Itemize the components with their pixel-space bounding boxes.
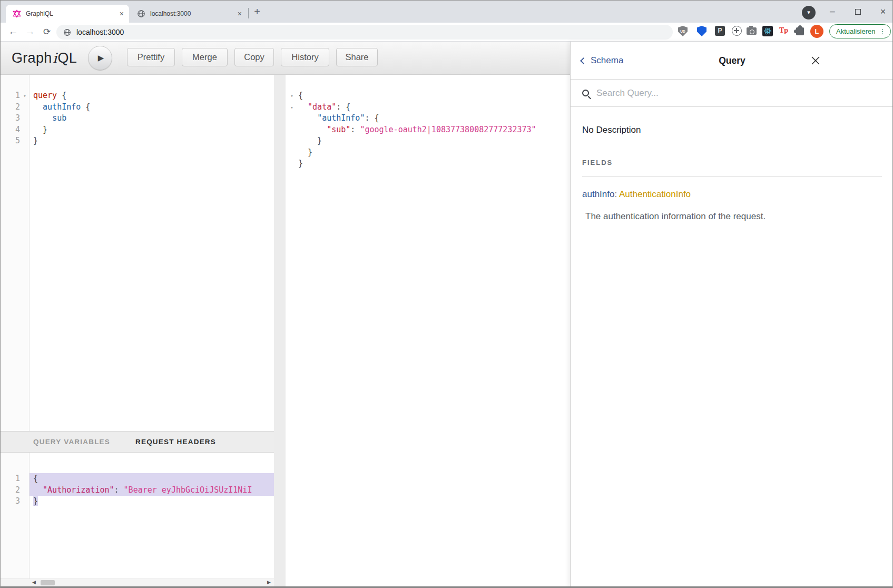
code-text[interactable]: "sub": "google-oauth2|108377380082777232… bbox=[298, 124, 570, 136]
camera-icon[interactable] bbox=[747, 27, 757, 35]
field-name-link[interactable]: authInfo bbox=[582, 189, 614, 199]
fold-arrow-icon[interactable]: ▾ bbox=[20, 90, 30, 102]
secondary-editor-tab-bar: QUERY VARIABLES REQUEST HEADERS bbox=[1, 431, 274, 453]
prettify-button[interactable]: Prettify bbox=[127, 48, 175, 66]
tab-graphiql[interactable]: GraphiQL × bbox=[6, 5, 129, 23]
code-text[interactable]: sub bbox=[30, 113, 274, 124]
share-button[interactable]: Share bbox=[336, 48, 378, 66]
reload-button[interactable]: ⟳ bbox=[40, 24, 54, 39]
code-text[interactable]: } bbox=[298, 158, 570, 170]
forward-button[interactable]: → bbox=[23, 24, 37, 39]
doc-close-button[interactable] bbox=[810, 55, 821, 66]
history-button[interactable]: History bbox=[281, 48, 329, 66]
copy-button[interactable]: Copy bbox=[234, 48, 274, 66]
code-line[interactable]: 4 } bbox=[1, 124, 274, 136]
graphiql-toolbar-buttons: Prettify Merge Copy History Share bbox=[127, 48, 378, 66]
p-extension-icon[interactable]: P bbox=[715, 26, 725, 36]
fold-gutter bbox=[20, 135, 30, 147]
fold-gutter bbox=[286, 135, 298, 147]
tab-separator bbox=[248, 8, 249, 18]
code-line[interactable]: 1{ bbox=[1, 473, 274, 485]
scroll-right-icon[interactable]: ▶ bbox=[267, 580, 271, 585]
move-crosshair-icon[interactable] bbox=[732, 26, 742, 36]
scroll-left-icon[interactable]: ◀ bbox=[32, 580, 36, 585]
doc-back-label: Schema bbox=[591, 55, 623, 66]
tab-close-icon[interactable]: × bbox=[238, 9, 242, 18]
logo-part: QL bbox=[57, 50, 77, 66]
code-text[interactable]: "data": { bbox=[298, 102, 570, 113]
code-text[interactable]: } bbox=[30, 135, 274, 147]
doc-explorer-header: Schema Query bbox=[571, 42, 893, 80]
tab-localhost[interactable]: localhost:3000 × bbox=[130, 5, 247, 23]
extensions-puzzle-icon[interactable] bbox=[796, 27, 804, 35]
profile-avatar[interactable]: L bbox=[810, 25, 823, 38]
request-headers-editor[interactable]: 1{2 "Authorization": "Bearer eyJhbGciOiJ… bbox=[1, 453, 274, 507]
code-text[interactable]: authInfo { bbox=[30, 102, 274, 113]
chevron-left-icon bbox=[580, 57, 587, 64]
horizontal-scrollbar[interactable]: ◀ ▶ bbox=[1, 579, 274, 586]
code-line[interactable]: "authInfo": { bbox=[286, 113, 570, 124]
chrome-update-icon[interactable]: ▾ bbox=[802, 6, 816, 19]
doc-explorer-body: No Description FIELDS authInfo: Authenti… bbox=[571, 125, 893, 222]
tab-query-variables[interactable]: QUERY VARIABLES bbox=[33, 432, 110, 452]
code-text[interactable]: { bbox=[30, 473, 274, 485]
window-close-button[interactable]: × bbox=[872, 4, 893, 19]
new-tab-button[interactable]: + bbox=[250, 5, 264, 19]
doc-explorer-panel: Schema Query No Description FIELDS authI… bbox=[570, 42, 893, 586]
code-text[interactable]: } bbox=[298, 135, 570, 147]
code-line[interactable]: 5} bbox=[1, 135, 274, 147]
query-editor[interactable]: 1▾query {2 authInfo {3 sub4 }5} bbox=[1, 75, 274, 147]
url-text[interactable]: localhost:3000 bbox=[76, 28, 124, 36]
code-text[interactable]: } bbox=[30, 496, 274, 507]
code-text[interactable]: "authInfo": { bbox=[298, 113, 570, 124]
code-text[interactable]: } bbox=[298, 147, 570, 159]
doc-title: Query bbox=[623, 42, 841, 80]
merge-button[interactable]: Merge bbox=[182, 48, 228, 66]
address-bar[interactable]: localhost:3000 bbox=[56, 25, 673, 40]
code-line[interactable]: "sub": "google-oauth2|108377380082777232… bbox=[286, 124, 570, 136]
code-line[interactable]: } bbox=[286, 158, 570, 170]
request-headers-editor-pane[interactable]: 1{2 "Authorization": "Bearer eyJhbGciOiJ… bbox=[1, 453, 274, 579]
fields-heading: FIELDS bbox=[582, 159, 882, 166]
code-line[interactable]: } bbox=[286, 147, 570, 159]
line-number: 1 bbox=[1, 473, 20, 485]
execute-query-button[interactable]: ▶ bbox=[88, 46, 112, 70]
scrollbar-thumb[interactable] bbox=[41, 580, 55, 585]
tampermonkey-tp-icon[interactable]: Tp bbox=[779, 26, 788, 35]
kebab-menu-icon[interactable]: ⋮ bbox=[879, 27, 886, 35]
field-description: The authentication information of the re… bbox=[582, 211, 882, 222]
code-text[interactable]: } bbox=[30, 124, 274, 136]
field-row: authInfo: AuthenticationInfo bbox=[582, 189, 882, 200]
fold-gutter bbox=[286, 124, 298, 136]
code-line[interactable]: 3} bbox=[1, 496, 274, 507]
code-text[interactable]: { bbox=[298, 90, 570, 102]
line-number: 5 bbox=[1, 135, 20, 147]
response-pane: ▾{▾ "data": { "authInfo": { "sub": "goog… bbox=[286, 75, 570, 586]
maximize-icon bbox=[855, 9, 861, 15]
tab-request-headers[interactable]: REQUEST HEADERS bbox=[135, 432, 216, 452]
code-line[interactable]: 2 authInfo { bbox=[1, 102, 274, 113]
code-text[interactable]: query { bbox=[30, 90, 274, 102]
window-minimize-button[interactable]: – bbox=[821, 4, 843, 19]
pane-divider[interactable] bbox=[274, 75, 286, 586]
fold-arrow-icon[interactable]: ▾ bbox=[286, 90, 298, 102]
doc-search-input[interactable] bbox=[596, 88, 807, 99]
code-text[interactable]: "Authorization": "Bearer eyJhbGciOiJSUzI… bbox=[30, 485, 274, 496]
doc-search-row[interactable] bbox=[571, 80, 893, 107]
code-line[interactable]: ▾ "data": { bbox=[286, 102, 570, 113]
code-line[interactable]: 3 sub bbox=[1, 113, 274, 124]
fold-gutter bbox=[20, 113, 30, 124]
doc-back-link[interactable]: Schema bbox=[581, 42, 623, 80]
code-line[interactable]: 1▾query { bbox=[1, 90, 274, 102]
code-line[interactable]: } bbox=[286, 135, 570, 147]
react-devtools-icon[interactable] bbox=[762, 26, 773, 36]
chrome-update-button[interactable]: Aktualisieren ⋮ bbox=[829, 24, 891, 38]
query-editor-pane[interactable]: 1▾query {2 authInfo {3 sub4 }5} bbox=[1, 75, 274, 431]
code-line[interactable]: 2 "Authorization": "Bearer eyJhbGciOiJSU… bbox=[1, 485, 274, 496]
window-maximize-button[interactable] bbox=[847, 4, 869, 19]
field-type-link[interactable]: AuthenticationInfo bbox=[619, 189, 691, 199]
fold-arrow-icon[interactable]: ▾ bbox=[286, 102, 298, 113]
code-line[interactable]: ▾{ bbox=[286, 90, 570, 102]
tab-close-icon[interactable]: × bbox=[120, 9, 124, 18]
back-button[interactable]: ← bbox=[6, 24, 21, 39]
